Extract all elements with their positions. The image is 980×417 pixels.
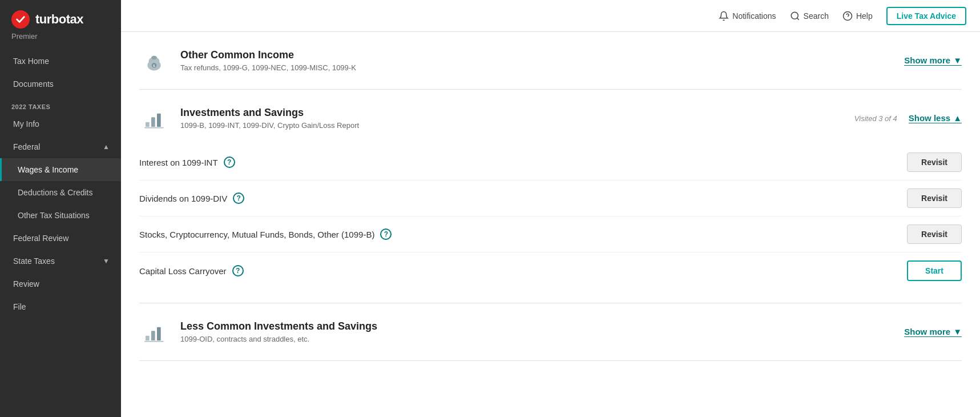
svg-rect-14 xyxy=(157,327,161,340)
sidebar-item-review[interactable]: Review xyxy=(0,272,121,295)
sidebar-item-federal-review[interactable]: Federal Review xyxy=(0,227,121,250)
sidebar-item-federal[interactable]: Federal ▲ xyxy=(0,135,121,158)
stocks-crypto-label: Stocks, Cryptocurrency, Mutual Funds, Bo… xyxy=(139,230,374,239)
bar-chart-icon-investments xyxy=(139,103,169,133)
svg-rect-12 xyxy=(146,336,150,340)
bar-chart-icon-less-common xyxy=(139,317,169,347)
other-common-income-header: $ Other Common Income Tax refunds, 1099-… xyxy=(139,46,962,75)
sidebar: turbotax Premier Tax Home Documents 2022… xyxy=(0,0,121,417)
svg-rect-13 xyxy=(151,331,155,340)
interest-1099-int-revisit-button[interactable]: Revisit xyxy=(907,153,962,172)
federal-chevron-icon: ▲ xyxy=(103,143,110,151)
capital-loss-row: Capital Loss Carryover ? Start xyxy=(139,252,962,289)
sidebar-item-documents[interactable]: Documents xyxy=(0,73,121,95)
investments-savings-subtitle: 1099-B, 1099-INT, 1099-DIV, Crypto Gain/… xyxy=(180,121,359,130)
interest-1099-int-label: Interest on 1099-INT xyxy=(139,158,218,167)
less-common-investments-subtitle: 1099-OID, contracts and straddles, etc. xyxy=(180,335,377,343)
stocks-crypto-help-icon[interactable]: ? xyxy=(380,228,392,240)
stocks-crypto-revisit-button[interactable]: Revisit xyxy=(907,224,962,244)
sidebar-item-state-taxes[interactable]: State Taxes ▼ xyxy=(0,250,121,272)
sidebar-item-other-tax[interactable]: Other Tax Situations xyxy=(0,204,121,227)
brand-name: turbotax xyxy=(35,12,83,27)
notifications-label: Notifications xyxy=(732,11,776,21)
sidebar-item-deductions-credits[interactable]: Deductions & Credits xyxy=(0,181,121,204)
help-button[interactable]: Help xyxy=(842,11,873,21)
help-label: Help xyxy=(856,11,873,21)
sidebar-item-file[interactable]: File xyxy=(0,295,121,318)
svg-line-1 xyxy=(797,18,798,19)
main-area: Notifications Search Help Live Tax Advic… xyxy=(121,0,980,417)
capital-loss-help-icon[interactable]: ? xyxy=(232,265,244,276)
other-common-income-subtitle: Tax refunds, 1099-G, 1099-NEC, 1099-MISC… xyxy=(180,63,356,72)
svg-rect-10 xyxy=(157,114,161,127)
investments-savings-rows: Interest on 1099-INT ? Revisit Dividends… xyxy=(139,145,962,289)
investments-savings-toggle-arrow: ▲ xyxy=(953,113,962,123)
investments-savings-toggle[interactable]: Show less ▲ xyxy=(909,113,962,123)
investments-savings-section: Investments and Savings 1099-B, 1099-INT… xyxy=(139,90,962,303)
less-common-investments-header: Less Common Investments and Savings 1099… xyxy=(139,317,962,347)
sidebar-item-wages-income[interactable]: Wages & Income xyxy=(0,158,121,181)
svg-rect-8 xyxy=(146,122,150,127)
sidebar-nav: Tax Home Documents 2022 TAXES My Info Fe… xyxy=(0,50,121,417)
less-common-investments-section: Less Common Investments and Savings 1099… xyxy=(139,303,962,361)
other-common-income-toggle-arrow: ▼ xyxy=(953,55,962,65)
investments-savings-title: Investments and Savings xyxy=(180,107,359,119)
sidebar-section-2022-taxes: 2022 TAXES xyxy=(0,95,121,113)
investments-savings-header: Investments and Savings 1099-B, 1099-INT… xyxy=(139,103,962,133)
dividends-1099-div-revisit-button[interactable]: Revisit xyxy=(907,189,962,208)
state-taxes-chevron-icon: ▼ xyxy=(103,257,110,265)
other-common-income-toggle[interactable]: Show more ▼ xyxy=(904,55,962,66)
search-button[interactable]: Search xyxy=(790,11,829,21)
live-tax-advice-button[interactable]: Live Tax Advice xyxy=(886,7,966,25)
dividends-1099-div-row: Dividends on 1099-DIV ? Revisit xyxy=(139,180,962,216)
other-common-income-section: $ Other Common Income Tax refunds, 1099-… xyxy=(139,32,962,90)
dividends-1099-div-label: Dividends on 1099-DIV xyxy=(139,194,227,203)
header: Notifications Search Help Live Tax Advic… xyxy=(121,0,980,32)
less-common-investments-title: Less Common Investments and Savings xyxy=(180,320,377,332)
capital-loss-label: Capital Loss Carryover xyxy=(139,266,227,276)
investments-savings-visited: Visited 3 of 4 xyxy=(854,114,897,123)
capital-loss-start-button[interactable]: Start xyxy=(907,260,962,281)
search-label: Search xyxy=(804,11,829,21)
turbotax-logo-icon xyxy=(11,10,30,29)
svg-point-5 xyxy=(151,56,157,60)
notifications-button[interactable]: Notifications xyxy=(719,11,776,21)
brand-sub: Premier xyxy=(0,32,121,50)
logo-area: turbotax xyxy=(0,0,121,32)
svg-point-0 xyxy=(791,12,798,19)
sidebar-item-tax-home[interactable]: Tax Home xyxy=(0,50,121,73)
money-bag-icon: $ xyxy=(139,46,169,75)
interest-1099-int-help-icon[interactable]: ? xyxy=(224,157,235,168)
svg-rect-9 xyxy=(151,117,155,127)
sidebar-item-my-info[interactable]: My Info xyxy=(0,113,121,135)
less-common-investments-toggle[interactable]: Show more ▼ xyxy=(904,327,962,337)
other-common-income-title: Other Common Income xyxy=(180,49,356,61)
stocks-crypto-row: Stocks, Cryptocurrency, Mutual Funds, Bo… xyxy=(139,216,962,252)
dividends-1099-div-help-icon[interactable]: ? xyxy=(233,193,244,204)
interest-1099-int-row: Interest on 1099-INT ? Revisit xyxy=(139,145,962,180)
less-common-investments-toggle-arrow: ▼ xyxy=(953,327,962,336)
content-area: $ Other Common Income Tax refunds, 1099-… xyxy=(121,32,980,417)
